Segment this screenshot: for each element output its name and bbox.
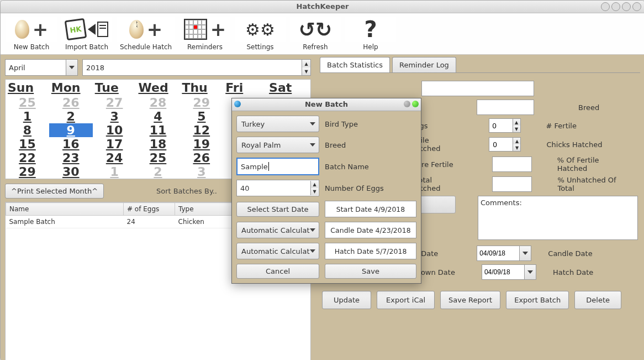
chevron-down-icon [310, 143, 315, 147]
new-batch-label: New Batch [14, 43, 49, 51]
bird-type-select[interactable]: Turkey [236, 116, 319, 132]
name-field[interactable] [421, 81, 534, 96]
calendar-cell[interactable]: 23 [49, 151, 93, 165]
calendar-cell[interactable]: 3 [180, 165, 223, 179]
tab-batch-statistics[interactable]: Batch Statistics [320, 57, 390, 72]
question-icon: ? [364, 17, 377, 42]
table-cell: Sample Batch [6, 216, 124, 228]
calendar-cell[interactable]: 1 [6, 109, 49, 123]
save-report-button[interactable]: Save Report [440, 291, 500, 309]
table-header[interactable]: Name [6, 203, 124, 216]
export-batch-button[interactable]: Export Batch [506, 291, 569, 309]
calendar-cell[interactable]: 19 [180, 137, 223, 151]
print-month-button[interactable]: ^Print Selected Month^ [5, 184, 104, 199]
breed-field[interactable] [477, 100, 534, 115]
pct-unhatched-field[interactable] [492, 176, 532, 192]
calendar-cell[interactable]: 25 [136, 151, 180, 165]
chevron-down-icon[interactable] [525, 264, 536, 280]
calendar-cell[interactable]: 15 [6, 137, 49, 151]
candle-date-picker[interactable] [477, 246, 531, 261]
shade-icon[interactable] [622, 2, 631, 11]
calendar-cell[interactable]: 27 [93, 96, 136, 109]
chevron-down-icon[interactable] [520, 246, 531, 261]
delete-button[interactable]: Delete [574, 291, 621, 309]
calendar-cell[interactable]: 5 [180, 109, 223, 123]
pct-fertile-field[interactable] [492, 156, 532, 172]
table-header[interactable]: # of Eggs [124, 203, 175, 216]
import-batch-button[interactable]: HK Import Batch [60, 15, 113, 52]
cancel-button[interactable]: Cancel [236, 264, 319, 279]
dialog-min-icon[interactable] [404, 101, 410, 107]
calendar-cell[interactable]: 8 [6, 123, 49, 137]
sort-label[interactable]: Sort Batches By.. [156, 187, 217, 195]
calendar-cell[interactable]: 26 [49, 96, 93, 109]
comments-box[interactable]: Comments: [478, 196, 638, 240]
maximize-icon[interactable] [611, 2, 620, 11]
calendar-cell[interactable]: 17 [93, 137, 136, 151]
calendar-day-header: Mon [49, 80, 93, 96]
hatch-date-label: Hatch Date [553, 268, 593, 276]
candle-date-value: Candle Date 4/23/2018 [325, 222, 416, 238]
calendar-cell[interactable]: 9 [49, 123, 93, 137]
refresh-icon: ↺↻ [299, 18, 332, 41]
calendar-cell[interactable]: 26 [180, 151, 223, 165]
batch-name-input[interactable]: Sample [236, 158, 319, 175]
calendar-cell[interactable]: 4 [136, 109, 180, 123]
calendar-cell[interactable]: 3 [93, 109, 136, 123]
eggs-spinner[interactable]: 40▲▼ [236, 180, 319, 196]
calendar-cell[interactable]: 30 [49, 165, 93, 179]
select-start-date-button[interactable]: Select Start Date [236, 202, 319, 217]
calendar-cell[interactable]: 18 [136, 137, 180, 151]
dialog-menu-icon[interactable] [234, 101, 241, 107]
year-spinner[interactable]: ▲▼ [302, 60, 310, 75]
calendar-cell[interactable]: 28 [136, 96, 180, 109]
update-button[interactable]: Update [322, 291, 371, 309]
calendar-cell[interactable]: 24 [93, 151, 136, 165]
calendar-cell[interactable]: 2 [136, 165, 180, 179]
calendar-cell[interactable]: 29 [6, 165, 49, 179]
new-batch-button[interactable]: + New Batch [5, 15, 58, 52]
year-select[interactable]: 2018 ▲▼ [82, 59, 311, 76]
breed-select[interactable]: Royal Palm [236, 137, 319, 153]
month-select[interactable]: April [5, 59, 78, 76]
calendar-day-header: Wed [136, 80, 180, 96]
calendar-cell[interactable]: 1 [93, 165, 136, 179]
export-ical-button[interactable]: Export iCal [377, 291, 435, 309]
calendar-cell[interactable]: 29 [180, 96, 223, 109]
comments-label: Comments: [481, 199, 522, 207]
chevron-down-icon[interactable] [66, 60, 77, 75]
hatch-mode-select[interactable]: Automatic Calculat [236, 243, 319, 259]
titlebar[interactable]: HatchKeeper [1, 1, 644, 13]
table-header[interactable]: Type [175, 203, 232, 216]
tab-reminder-log[interactable]: Reminder Log [392, 57, 456, 72]
hatch-date-value: Hatch Date 5/7/2018 [325, 243, 416, 259]
help-button[interactable]: ? Help [344, 15, 397, 52]
dialog-max-icon[interactable] [412, 101, 419, 107]
calendar-cell[interactable]: 25 [6, 96, 49, 109]
calendar-cell[interactable]: 10 [93, 123, 136, 137]
app-title: HatchKeeper [297, 2, 349, 11]
bird-type-label: Bird Type [325, 120, 416, 128]
refresh-button[interactable]: ↺↻ Refresh [289, 15, 342, 52]
hatch-date-picker[interactable] [482, 264, 536, 280]
schedule-hatch-button[interactable]: + Schedule Hatch [115, 15, 176, 52]
gear-icon: ⚙⚙ [245, 20, 275, 39]
calendar-cell[interactable]: 16 [49, 137, 93, 151]
save-button[interactable]: Save [325, 264, 416, 279]
minimize-icon[interactable] [601, 2, 610, 11]
reminders-button[interactable]: + Reminders [178, 15, 231, 52]
calendar-cell[interactable]: 11 [136, 123, 180, 137]
calendar-cell[interactable]: 2 [49, 109, 93, 123]
settings-button[interactable]: ⚙⚙ Settings [234, 15, 287, 52]
fertile-label: # Fertile [546, 122, 577, 130]
calendar-cell[interactable]: 22 [6, 151, 49, 165]
candle-date-label: Candle Date [548, 249, 592, 258]
close-icon[interactable] [632, 2, 641, 11]
calendar-cell[interactable]: 12 [180, 123, 223, 137]
dialog-titlebar[interactable]: New Batch [232, 98, 421, 111]
candle-mode-select[interactable]: Automatic Calculat [236, 222, 319, 238]
fertile-spinner[interactable]: ▲▼ [489, 118, 521, 133]
hatched-spinner[interactable]: ▲▼ [489, 137, 521, 152]
toolbar: + New Batch HK Import Batch + Schedule H… [1, 13, 644, 55]
start-date-value: Start Date 4/9/2018 [325, 201, 416, 217]
